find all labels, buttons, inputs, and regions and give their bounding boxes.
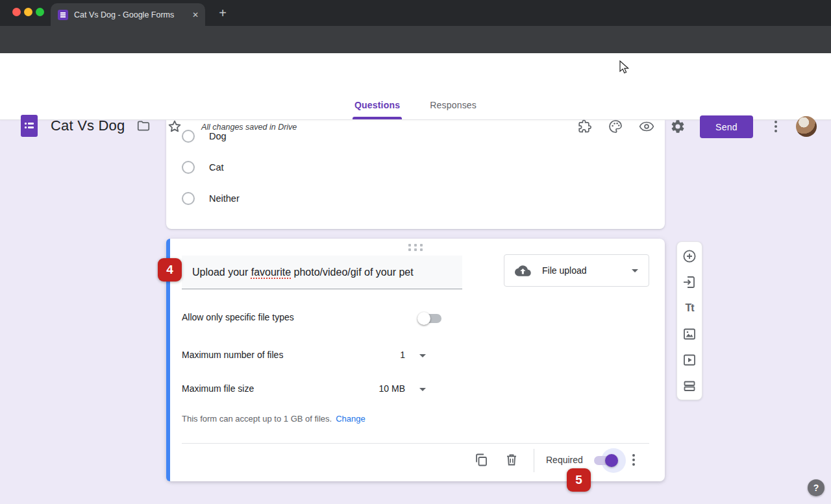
action-divider <box>534 449 534 472</box>
radio-icon <box>182 192 195 205</box>
option-label[interactable]: Neither <box>209 193 240 204</box>
addons-puzzle-icon[interactable] <box>577 119 592 134</box>
previous-question-card[interactable]: Dog Cat Neither <box>166 120 665 229</box>
required-toggle[interactable] <box>594 456 616 465</box>
help-button[interactable]: ? <box>808 479 825 496</box>
option-row[interactable]: Cat <box>182 158 224 176</box>
window-maximize-button[interactable] <box>36 8 44 16</box>
active-question-card[interactable]: 4 Upload your favourite photo/video/gif … <box>166 239 665 481</box>
new-tab-button[interactable]: + <box>215 5 230 21</box>
option-label[interactable]: Dog <box>209 131 227 141</box>
change-link[interactable]: Change <box>336 414 366 424</box>
file-upload-cloud-icon <box>515 264 532 277</box>
browser-toolbar: ← → ↻ docs.google.com/forms/d/1QrEYytV66… <box>0 26 831 53</box>
question-more-options-icon[interactable] <box>626 452 641 468</box>
setting-max-files-label: Maximum number of files <box>182 350 283 360</box>
form-editor-canvas: Dog Cat Neither 4 Upload your favourite … <box>0 120 831 504</box>
mouse-cursor <box>619 60 630 75</box>
option-label[interactable]: Cat <box>209 162 224 173</box>
storage-note: This form can accept up to 1 GB of files… <box>182 414 366 424</box>
setting-file-types-label: Allow only specific file types <box>182 312 294 322</box>
theme-palette-icon[interactable] <box>608 119 623 134</box>
tab-responses[interactable]: Responses <box>429 100 477 119</box>
browser-tabstrip: Cat Vs Dog - Google Forms ✕ + <box>0 0 831 26</box>
import-questions-icon[interactable] <box>682 274 697 290</box>
add-video-icon[interactable] <box>682 352 697 368</box>
tab-questions[interactable]: Questions <box>354 100 401 119</box>
misspelled-word: favourite <box>251 267 291 278</box>
max-size-value[interactable]: 10 MB <box>348 383 405 394</box>
max-files-caret-icon[interactable] <box>419 354 426 357</box>
preview-eye-icon[interactable] <box>639 119 654 134</box>
question-type-dropdown[interactable]: File upload <box>504 254 649 287</box>
required-label: Required <box>546 455 583 465</box>
question-type-label: File upload <box>542 265 632 276</box>
screen: Cat Vs Dog - Google Forms ✕ + ← → ↻ docs… <box>0 0 831 504</box>
add-question-icon[interactable] <box>682 248 697 264</box>
setting-max-size-label: Maximum file size <box>182 383 254 394</box>
add-section-icon[interactable] <box>682 378 697 394</box>
window-close-button[interactable] <box>12 8 21 16</box>
form-title[interactable]: Cat Vs Dog <box>51 117 125 134</box>
duplicate-question-icon[interactable] <box>473 452 489 468</box>
tab-close-icon[interactable]: ✕ <box>192 10 199 19</box>
caret-down-icon <box>632 269 638 272</box>
window-minimize-button[interactable] <box>24 8 32 16</box>
settings-gear-icon[interactable] <box>670 119 686 134</box>
radio-icon <box>182 161 195 174</box>
save-status-text: All changes saved in Drive <box>201 123 297 132</box>
delete-question-icon[interactable] <box>504 452 519 468</box>
forms-header: Cat Vs Dog All changes saved in Drive Se… <box>0 53 831 120</box>
radio-icon <box>182 130 195 143</box>
tutorial-step-badge-5: 5 <box>567 468 591 492</box>
tab-title: Cat Vs Dog - Google Forms <box>74 10 187 19</box>
forms-favicon-icon <box>58 10 68 20</box>
form-tabs: Questions Responses <box>0 95 831 119</box>
header-more-options-icon[interactable] <box>768 119 784 134</box>
tutorial-step-badge-4: 4 <box>158 258 182 282</box>
drag-handle-icon[interactable] <box>408 244 423 251</box>
add-image-icon[interactable] <box>682 326 697 342</box>
option-row[interactable]: Neither <box>182 189 240 208</box>
star-form-icon[interactable] <box>167 119 182 134</box>
question-title-text: Upload your favourite photo/video/gif of… <box>192 267 414 278</box>
card-divider <box>182 443 649 444</box>
add-title-text-icon[interactable]: Tt <box>682 300 697 316</box>
insert-toolbar: Tt <box>676 241 702 400</box>
browser-tab[interactable]: Cat Vs Dog - Google Forms ✕ <box>51 3 205 26</box>
max-size-caret-icon[interactable] <box>419 388 426 391</box>
question-title-input[interactable]: Upload your favourite photo/video/gif of… <box>182 256 462 289</box>
move-to-folder-icon[interactable] <box>136 119 152 134</box>
max-files-value[interactable]: 1 <box>348 350 405 360</box>
file-types-toggle[interactable] <box>419 314 441 323</box>
